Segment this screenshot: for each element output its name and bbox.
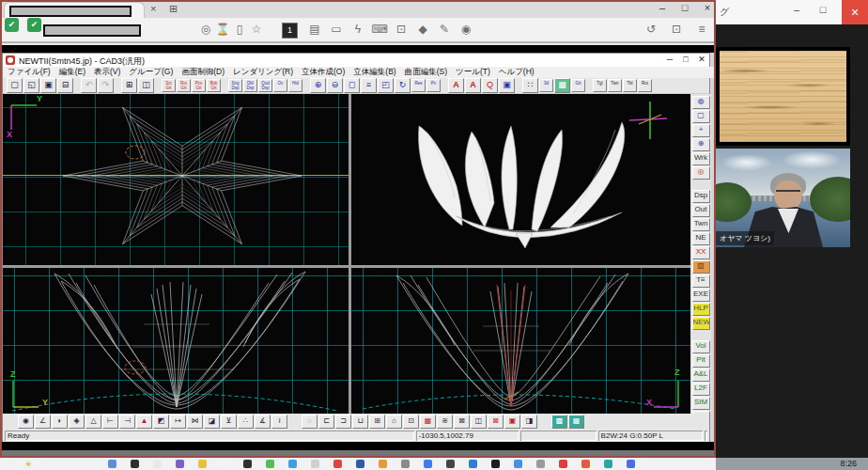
- browser-minimize-button[interactable]: –: [652, 2, 673, 13]
- bottom-toolbar-button[interactable]: ⊐: [335, 415, 351, 429]
- bottom-toolbar-button[interactable]: ⊡: [403, 415, 419, 429]
- menu-item[interactable]: 立体作成(O): [302, 67, 345, 78]
- toolbar-button[interactable]: Grt: [571, 79, 585, 92]
- bottom-toolbar-button[interactable]: ⊠: [454, 415, 470, 429]
- browser-action-icon[interactable]: ▭: [328, 23, 345, 36]
- bottom-toolbar-button[interactable]: ⌂: [386, 415, 402, 429]
- toolbar-button[interactable]: Qud Dsp: [258, 79, 272, 92]
- browser-menu-icon[interactable]: ⊡: [668, 23, 685, 36]
- side-toolbar-button[interactable]: ◍: [692, 96, 710, 109]
- browser-maximize-button[interactable]: □: [674, 2, 695, 13]
- bottom-toolbar-button[interactable]: ▣: [504, 415, 520, 429]
- taskbar-app-icon[interactable]: [401, 460, 410, 468]
- toolbar-button[interactable]: ▣: [499, 78, 515, 93]
- taskbar-app-icon[interactable]: [446, 460, 455, 468]
- side-toolbar-button[interactable]: Twn: [692, 218, 710, 231]
- side-toolbar-button[interactable]: Wrk: [692, 152, 710, 165]
- taskbar-app-icon[interactable]: [469, 460, 477, 468]
- participant-video-wood[interactable]: [716, 47, 850, 146]
- bottom-toolbar-button[interactable]: ◫: [471, 415, 487, 429]
- menu-item[interactable]: ヘルプ(H): [499, 67, 535, 78]
- browser-status-icon[interactable]: ▯: [231, 23, 248, 36]
- bottom-toolbar-button[interactable]: ⊻: [221, 415, 237, 429]
- taskbar-app-icon[interactable]: [491, 460, 500, 468]
- toolbar-button[interactable]: ⊕: [310, 78, 326, 93]
- side-toolbar-button[interactable]: Vol: [692, 340, 710, 353]
- toolbar-button[interactable]: Q: [482, 78, 498, 93]
- taskbar-app-icon[interactable]: [108, 460, 116, 468]
- toolbar-button[interactable]: ↻: [395, 78, 411, 93]
- toolbar-button[interactable]: ⊞: [121, 78, 137, 93]
- side-toolbar-button[interactable]: EXE: [692, 289, 710, 302]
- toolbar-button[interactable]: ⊟: [57, 78, 73, 93]
- menu-item[interactable]: 立体編集(B): [353, 67, 395, 78]
- bottom-toolbar-button[interactable]: ▦: [420, 415, 436, 429]
- taskbar-app-icon[interactable]: [536, 460, 545, 468]
- meeting-title-bar[interactable]: グ – □ ✕: [716, 0, 868, 24]
- bottom-toolbar-button[interactable]: ⊔: [352, 415, 368, 429]
- taskbar-app-icon[interactable]: [514, 460, 522, 468]
- toolbar-button[interactable]: Pcs Grt: [192, 79, 206, 92]
- bottom-toolbar-button[interactable]: ⋈: [187, 415, 203, 429]
- browser-action-icon[interactable]: ◉: [457, 23, 474, 36]
- toolbar-button[interactable]: ▩: [554, 78, 570, 93]
- bottom-toolbar-button[interactable]: ◗: [52, 415, 68, 429]
- toolbar-button[interactable]: Twn: [608, 79, 622, 92]
- toolbar-button[interactable]: ◱: [23, 78, 39, 93]
- menu-item[interactable]: グループ(G): [129, 67, 173, 78]
- bottom-toolbar-button[interactable]: ⊠: [488, 415, 504, 429]
- browser-action-icon[interactable]: ▤: [306, 23, 323, 36]
- toolbar-button[interactable]: A: [448, 78, 464, 93]
- bottom-toolbar-button[interactable]: ◉: [18, 415, 34, 429]
- side-toolbar-button[interactable]: NE: [692, 232, 710, 245]
- taskbar-app-icon[interactable]: [356, 460, 364, 468]
- bottom-toolbar-button[interactable]: ▩: [551, 415, 567, 429]
- bottom-toolbar-button[interactable]: ▦: [568, 415, 584, 429]
- bottom-toolbar-button[interactable]: ≋: [437, 415, 453, 429]
- toolbar-button[interactable]: 3d: [539, 79, 553, 92]
- toolbar-button[interactable]: Sng Dsp: [228, 79, 242, 92]
- cad-close-button[interactable]: ✕: [694, 55, 709, 64]
- side-toolbar-button[interactable]: L2F: [692, 383, 710, 396]
- side-toolbar-button[interactable]: NEW: [692, 317, 710, 330]
- taskbar-app-icon[interactable]: [288, 460, 297, 468]
- side-toolbar-button[interactable]: ◎: [692, 166, 710, 180]
- viewport-top-xy[interactable]: Y X: [3, 94, 349, 265]
- tab-close-icon[interactable]: ×: [150, 3, 156, 14]
- bottom-toolbar-button[interactable]: ∠: [35, 415, 51, 429]
- taskbar-app-icon[interactable]: [266, 460, 274, 468]
- viewport-3d-shaded[interactable]: [351, 94, 690, 265]
- meeting-minimize-button[interactable]: –: [787, 4, 806, 15]
- browser-status-icon[interactable]: ◎: [197, 23, 214, 36]
- toolbar-button[interactable]: ◻: [344, 78, 360, 93]
- bottom-toolbar-button[interactable]: ⊞: [369, 415, 385, 429]
- taskbar-corner-icon[interactable]: ☀: [24, 460, 32, 469]
- side-toolbar-button[interactable]: +: [692, 124, 710, 137]
- bottom-toolbar-button[interactable]: ▲: [136, 415, 152, 429]
- extension-icon[interactable]: ✔: [5, 18, 19, 32]
- toolbar-button[interactable]: ◰: [378, 78, 394, 93]
- menu-item[interactable]: ツール(T): [456, 67, 490, 78]
- toolbar-button[interactable]: ∷: [522, 78, 538, 93]
- bottom-toolbar-button[interactable]: ⊏: [318, 415, 334, 429]
- bottom-toolbar-button[interactable]: ◩: [153, 415, 169, 429]
- toolbar-button[interactable]: ▣: [40, 78, 56, 93]
- toolbar-button[interactable]: ↶: [81, 78, 97, 93]
- toolbar-button[interactable]: Tbl: [623, 79, 637, 92]
- toolbar-button[interactable]: ▢: [7, 78, 23, 93]
- toolbar-button[interactable]: ≡: [361, 78, 377, 93]
- bottom-toolbar-button[interactable]: ◨: [521, 415, 537, 429]
- menu-item[interactable]: ファイル(F): [8, 67, 51, 78]
- toolbar-button[interactable]: Bck Grt: [207, 79, 221, 92]
- new-tab-icon[interactable]: ⊞: [169, 3, 178, 15]
- browser-menu-icon[interactable]: ↺: [643, 23, 659, 36]
- toolbar-button[interactable]: Pv: [426, 79, 441, 92]
- taskbar-app-icon[interactable]: [311, 460, 319, 468]
- side-toolbar-button[interactable]: T≡: [692, 274, 710, 288]
- taskbar-app-icon[interactable]: [176, 460, 184, 468]
- toolbar-button[interactable]: Dbl Dsp: [243, 79, 257, 92]
- toolbar-button[interactable]: Rot Grt: [177, 79, 191, 92]
- bottom-toolbar-button[interactable]: △: [85, 415, 101, 429]
- taskbar-clock[interactable]: 8:26: [840, 459, 857, 468]
- bottom-toolbar-button[interactable]: ∡: [255, 415, 271, 429]
